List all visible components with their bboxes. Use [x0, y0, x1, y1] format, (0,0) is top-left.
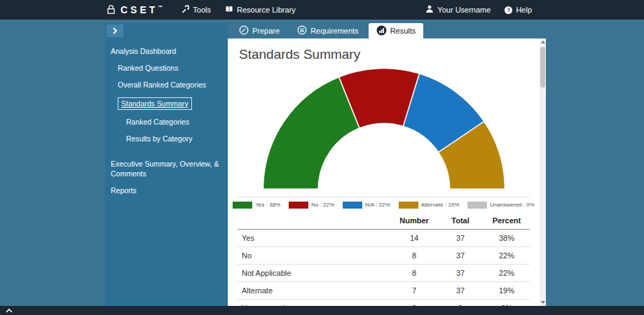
sidebar-item-ranked-questions[interactable]: Ranked Questions: [105, 59, 228, 76]
donut-segment-yes: [263, 77, 359, 189]
resource-library-label: Resource Library: [237, 6, 296, 14]
row-number: 8: [391, 246, 437, 264]
help-label: Help: [516, 6, 532, 14]
sidebar-item-overall-ranked-categories[interactable]: Overall Ranked Categories: [105, 76, 228, 93]
brand-name: CSET™: [121, 4, 163, 15]
row-label: Alternate: [238, 281, 391, 299]
help-icon: ?: [505, 6, 512, 14]
row-number: 14: [391, 229, 437, 246]
row-number: 7: [391, 281, 437, 299]
sidebar-menu: Analysis Dashboard Ranked Questions Over…: [105, 43, 228, 200]
cset-app-window: CSET™ Tools Resource Library: [0, 0, 644, 315]
username-menu[interactable]: Your Username: [425, 5, 491, 15]
chart-legend: Yes : 38% No : 22% N/A : 22% Alternate :…: [238, 197, 530, 212]
row-percent: 19%: [484, 281, 530, 299]
scroll-down-button[interactable]: [540, 299, 546, 306]
header-number: Number: [391, 212, 437, 230]
legend-swatch-na: [343, 202, 362, 209]
row-total: 37: [437, 281, 484, 299]
row-label: No: [238, 246, 391, 264]
row-label: Unanswered: [238, 299, 391, 306]
table-row: Alternate 7 37 19%: [238, 281, 530, 299]
page-title: Standards Summary: [239, 47, 530, 62]
tab-requirements[interactable]: Requirements: [289, 23, 366, 38]
tab-prepare-label: Prepare: [252, 27, 280, 35]
row-label: Not Applicable: [238, 264, 391, 281]
row-total: 37: [437, 229, 484, 246]
header-total: Total: [437, 212, 484, 230]
bottom-status-bar: [0, 306, 644, 315]
tab-prepare[interactable]: Prepare: [231, 23, 287, 38]
sidebar-item-ranked-categories[interactable]: Ranked Categories: [105, 113, 228, 130]
legend-swatch-yes: [233, 202, 252, 209]
row-percent: 22%: [484, 264, 530, 281]
resource-library-menu[interactable]: Resource Library: [225, 5, 296, 15]
row-percent: 0%: [484, 299, 530, 306]
tools-menu[interactable]: Tools: [181, 5, 211, 15]
tab-results-label: Results: [390, 27, 416, 35]
table-row: Yes 14 37 38%: [238, 229, 530, 246]
book-icon: [225, 5, 233, 15]
legend-item-alternate: Alternate : 19%: [399, 202, 460, 209]
wrench-icon: [181, 5, 189, 15]
row-total: 0: [437, 299, 484, 306]
row-number: 0: [391, 299, 437, 306]
header-answer-column: [238, 212, 391, 230]
row-total: 37: [437, 246, 484, 264]
legend-swatch-alternate: [399, 202, 418, 209]
legend-swatch-unanswered: [467, 202, 487, 209]
chevron-up-icon[interactable]: [6, 308, 13, 313]
username-label: Your Username: [437, 6, 491, 14]
lock-icon: [107, 4, 116, 16]
results-chart-icon: [376, 25, 387, 37]
standards-summary-table: Number Total Percent Yes 14 37 38% No 8: [238, 212, 530, 306]
requirements-icon: [297, 25, 307, 36]
table-row: No 8 37 22%: [238, 246, 530, 264]
triangle-up-icon: [541, 41, 545, 43]
user-icon: [425, 5, 434, 15]
top-navigation-bar: CSET™ Tools Resource Library: [0, 0, 644, 20]
sidebar-item-executive-summary[interactable]: Executive Summary, Overview, & Comments: [105, 155, 228, 182]
results-sidebar: Analysis Dashboard Ranked Questions Over…: [105, 23, 228, 306]
scroll-up-button[interactable]: [540, 38, 546, 46]
sidebar-item-standards-summary[interactable]: Standards Summary: [105, 94, 228, 113]
legend-item-na: N/A : 22%: [343, 202, 390, 209]
tab-results[interactable]: Results: [369, 23, 424, 38]
row-percent: 38%: [484, 229, 530, 246]
sidebar-item-reports[interactable]: Reports: [105, 182, 228, 199]
results-content-panel: Standards Summary Yes : 38% No : 22% N/A…: [228, 38, 546, 306]
tab-requirements-label: Requirements: [310, 27, 358, 35]
row-label: Yes: [238, 229, 391, 246]
sidebar-item-results-by-category[interactable]: Results by Category: [105, 130, 228, 147]
tools-label: Tools: [193, 6, 211, 14]
standards-summary-chart: [258, 64, 510, 194]
table-row: Unanswered 0 0 0%: [238, 299, 530, 306]
header-percent: Percent: [484, 212, 530, 230]
row-total: 37: [437, 264, 484, 281]
sidebar-item-analysis-dashboard[interactable]: Analysis Dashboard: [105, 43, 228, 59]
row-percent: 22%: [484, 246, 530, 264]
legend-item-unanswered: Unanswered : 0%: [467, 202, 534, 209]
sidebar-collapse-toggle[interactable]: [107, 24, 123, 37]
triangle-down-icon: [541, 301, 545, 304]
table-header-row: Number Total Percent: [238, 212, 530, 230]
content-scrollbar[interactable]: [540, 38, 546, 306]
row-number: 8: [391, 264, 437, 281]
legend-item-yes: Yes : 38%: [233, 202, 280, 209]
legend-item-no: No : 22%: [289, 202, 334, 209]
table-row: Not Applicable 8 37 22%: [238, 264, 530, 281]
cset-logo: CSET™: [107, 4, 163, 16]
prepare-icon: [239, 25, 249, 36]
chevron-right-icon: [112, 27, 118, 34]
standards-donut-chart: [258, 64, 510, 191]
trademark-mark: ™: [158, 5, 163, 10]
legend-swatch-no: [289, 202, 308, 209]
scrollbar-thumb[interactable]: [540, 47, 545, 88]
help-menu[interactable]: ? Help: [505, 6, 532, 14]
main-tab-bar: Prepare Requirements Results: [231, 23, 423, 38]
